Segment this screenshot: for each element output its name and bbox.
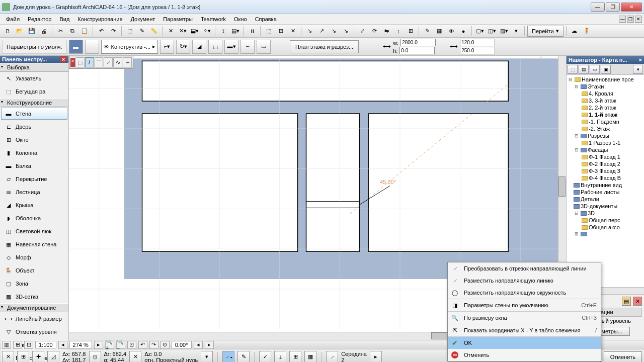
tool-mesh[interactable]: ▩3D-сетка	[1, 291, 67, 303]
person-icon[interactable]: 🧍	[581, 26, 592, 37]
maximize-button[interactable]: ❐	[606, 3, 620, 12]
geom-straight-icon[interactable]: ⬚	[75, 57, 85, 67]
geom2-icon[interactable]: ↻▾	[176, 40, 190, 54]
snap-perp-icon[interactable]: ⟂	[274, 351, 286, 363]
scale-field[interactable]: 1:100	[35, 341, 56, 348]
undo-icon[interactable]: ↶	[96, 26, 107, 37]
box1-icon[interactable]: ▢▾	[474, 26, 486, 37]
zoom-next-icon[interactable]: ▸	[94, 341, 103, 349]
menu-window[interactable]: Окно	[230, 15, 251, 23]
geom-spline-icon[interactable]: ∽	[123, 57, 132, 67]
ctx-show-xy[interactable]: ⇱Показать координаты X - Y в табло слеже…	[448, 324, 601, 337]
ctx-cancel[interactable]: Отменить	[448, 349, 601, 361]
section-selection[interactable]: Выборка	[0, 63, 68, 72]
ref3-icon[interactable]: ▬▾	[224, 40, 238, 54]
opt3-icon[interactable]: ⊡	[24, 341, 33, 349]
scale-prev-icon[interactable]: ◂	[58, 341, 67, 349]
coord-close-icon[interactable]: ✕	[2, 351, 14, 363]
ctx-wall-params[interactable]: ◨Параметры стены по умолчаниюCtrl+E	[448, 299, 601, 312]
nav-new-icon[interactable]: ▤	[622, 297, 631, 306]
save-icon[interactable]: 💾	[26, 26, 37, 37]
ctx-ok[interactable]: ✔OK	[448, 337, 601, 349]
snap-edit-icon[interactable]: ✎	[237, 351, 250, 363]
tool-zone[interactable]: ▢Зона	[1, 278, 67, 290]
mdi-close-icon[interactable]: ✕	[635, 16, 642, 23]
tool-level[interactable]: ▽Отметка уровня	[1, 326, 67, 338]
ctx-fit[interactable]: 🔍По размеру окнаCtrl+3	[448, 312, 601, 324]
ctx-convert[interactable]: ⟋Преобразовать в отрезок направляющей ли…	[448, 262, 601, 275]
ang1-icon[interactable]: ◂	[194, 341, 203, 349]
tool-marquee[interactable]: ⬚Бегущая ра	[1, 85, 67, 98]
mdi-restore-icon[interactable]: ❐	[627, 16, 634, 23]
tool-curtain[interactable]: ▦Навесная стена	[1, 238, 67, 250]
layers-icon[interactable]: ▤▾	[230, 26, 241, 37]
multiply-icon[interactable]: ⊞	[405, 26, 416, 37]
coord-polar-icon[interactable]: ◷	[89, 351, 101, 363]
menu-teamwork[interactable]: Teamwork	[197, 15, 230, 23]
tool-roof[interactable]: ◢Крыша	[1, 199, 67, 211]
coord-xy-icon[interactable]: ◿	[47, 351, 59, 363]
tool-door[interactable]: ⊏Дверь	[1, 121, 67, 133]
tool-object[interactable]: 🪑Объект	[1, 264, 67, 277]
navigator-close-icon[interactable]: ×	[639, 57, 642, 63]
arrow4-icon[interactable]: ↘	[340, 26, 351, 37]
tool-column[interactable]: ▮Колонна	[1, 147, 67, 159]
geom1-icon[interactable]: ⌐▾	[160, 40, 174, 54]
ref1-icon[interactable]: ◢	[192, 40, 206, 54]
geom-curve-icon[interactable]: ∿	[113, 57, 122, 67]
snap-ok-icon[interactable]: ✓	[259, 351, 271, 363]
cut-plane-icon[interactable]: ⊞	[275, 26, 286, 37]
arrow1-icon[interactable]: ↘	[304, 26, 315, 37]
snap1-icon[interactable]: ✕	[165, 26, 176, 37]
open-icon[interactable]: 📂	[14, 26, 25, 37]
wall-settings-icon[interactable]: ▬	[69, 40, 83, 54]
section-design[interactable]: Конструирование	[0, 98, 68, 107]
ctx-place-circle[interactable]: ◯Разместить направляющую окружность	[448, 287, 601, 299]
opt1-icon[interactable]: ▥	[2, 341, 11, 349]
wand-icon[interactable]: ✎	[136, 26, 147, 37]
redo-icon[interactable]: ↷	[108, 26, 119, 37]
new-icon[interactable]: 🗋	[2, 26, 13, 37]
navigator-tree[interactable]: ⊟ Наименование прое ⊟ Этажи 4. Кровля 3.…	[567, 75, 644, 287]
zoom-fit-icon[interactable]: ⊡	[127, 341, 136, 349]
snap-grid3-icon[interactable]: ▦	[304, 351, 316, 363]
snap-play-icon[interactable]: ▸	[370, 351, 382, 363]
layer-icon[interactable]: ≡	[85, 40, 99, 54]
ang2-icon[interactable]: ▸	[205, 341, 214, 349]
snap-type-icon[interactable]: ⟋	[326, 351, 338, 363]
ref4-icon[interactable]: ┅	[240, 40, 255, 54]
move-icon[interactable]: ⤢	[357, 26, 368, 37]
menu-help[interactable]: Справка	[251, 15, 281, 23]
snap2-icon[interactable]: ✕▾	[177, 26, 188, 37]
nav-delete-icon[interactable]: ✕	[633, 297, 642, 306]
sphere-icon[interactable]: ●	[458, 26, 469, 37]
pen-icon[interactable]: ✎	[422, 26, 433, 37]
grid-icon[interactable]: ⁘▾	[201, 26, 212, 37]
ctx-place-line[interactable]: ⟋Разместить направляющую линию	[448, 275, 601, 287]
toolbox-close-icon[interactable]: ×	[60, 56, 66, 62]
nav-tab-layout[interactable]: ▭	[590, 65, 600, 74]
thick1-input[interactable]	[460, 39, 495, 46]
coord-plus-icon[interactable]: ✚	[32, 351, 44, 363]
trace-icon[interactable]: ⬚	[263, 26, 274, 37]
delete-icon[interactable]: ✕	[287, 26, 298, 37]
zoom-in-icon[interactable]: 🔍+	[105, 341, 114, 349]
tool-window[interactable]: ⊞Окно	[1, 134, 67, 146]
mdi-minimize-icon[interactable]: —	[619, 16, 626, 23]
menu-options[interactable]: Параметры	[159, 15, 197, 23]
arrow3-icon[interactable]: ↘	[328, 26, 339, 37]
tool-slab[interactable]: ▱Перекрытие	[1, 173, 67, 185]
zoom-field[interactable]: 274 %	[69, 341, 92, 348]
tool-morph[interactable]: ◇Морф	[1, 251, 67, 263]
tool-lindim[interactable]: ⟷Линейный размер	[1, 313, 67, 325]
paste-icon[interactable]: 📋	[79, 26, 90, 37]
menu-document[interactable]: Документ	[127, 15, 159, 23]
tool-stair[interactable]: ⩸Лестница	[1, 186, 67, 198]
box2-icon[interactable]: ◫▾	[487, 26, 498, 37]
floorplan-button[interactable]: План этажа и разрез...	[290, 40, 359, 53]
menu-edit[interactable]: Редактор	[24, 15, 55, 23]
cut-icon[interactable]: ✂	[55, 26, 66, 37]
nav-tab-view[interactable]: ▤	[579, 65, 589, 74]
minimize-button[interactable]: —	[591, 3, 605, 12]
section-document[interactable]: Документирование	[0, 303, 68, 312]
